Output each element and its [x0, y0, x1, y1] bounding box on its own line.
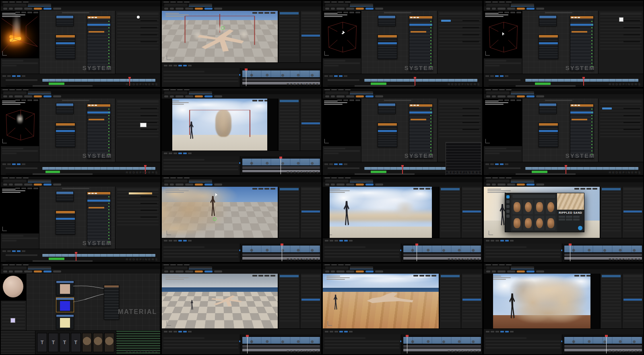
- track-row[interactable]: [163, 246, 204, 248]
- asset-tab[interactable]: [3, 91, 27, 94]
- simulate-button[interactable]: [34, 184, 42, 186]
- play-button[interactable]: [526, 184, 535, 186]
- browse-button[interactable]: [331, 184, 335, 186]
- asset-tab-active[interactable]: [189, 4, 212, 6]
- play-button[interactable]: [204, 95, 213, 97]
- play-button[interactable]: [365, 184, 374, 186]
- asset-thumbnail[interactable]: [546, 200, 555, 214]
- loop-range-bar[interactable]: [371, 171, 387, 173]
- details-panel[interactable]: [439, 274, 460, 328]
- asset-thumbnail[interactable]: [535, 200, 544, 214]
- outliner-panel[interactable]: [622, 187, 643, 238]
- track-row[interactable]: [324, 250, 399, 251]
- next-frame-button[interactable]: [22, 163, 25, 165]
- play-button[interactable]: [43, 270, 52, 272]
- details-panel[interactable]: [278, 11, 299, 62]
- details-panel[interactable]: [438, 11, 482, 74]
- details-panel[interactable]: [278, 99, 299, 151]
- niagara-preview-viewport[interactable]: [484, 11, 522, 58]
- asset-tab[interactable]: [3, 180, 27, 182]
- frame-14[interactable]: REDEFINERS: [162, 264, 321, 354]
- toolbar-button[interactable]: [53, 270, 61, 272]
- niagara-preview-viewport[interactable]: [1, 99, 39, 146]
- toolbar-button[interactable]: [346, 95, 354, 97]
- sequencer-track-list[interactable]: [484, 334, 562, 354]
- simulate-button[interactable]: [34, 95, 42, 97]
- asset-tab[interactable]: [3, 266, 27, 269]
- asset-tab-active[interactable]: [511, 180, 534, 182]
- filter-icon[interactable]: [173, 65, 177, 66]
- animation-track[interactable]: [403, 253, 481, 256]
- frame-15[interactable]: REDEFINERS: [323, 264, 482, 354]
- track-row[interactable]: [163, 162, 238, 164]
- loop-button[interactable]: [17, 75, 21, 77]
- play-button[interactable]: [344, 240, 348, 241]
- value-slider[interactable]: [140, 34, 157, 35]
- animation-track[interactable]: [242, 253, 320, 256]
- emitter-node[interactable]: [378, 123, 397, 148]
- toolbar-button[interactable]: [14, 8, 23, 10]
- toolbar-button[interactable]: [336, 184, 345, 186]
- asset-thumbnail[interactable]: [512, 216, 522, 230]
- loop-button[interactable]: [17, 250, 21, 252]
- sequencer-track-list[interactable]: [484, 244, 562, 262]
- browse-button[interactable]: [170, 270, 174, 272]
- track-row[interactable]: [163, 347, 238, 349]
- timeline-track[interactable]: [42, 254, 155, 257]
- timeline-playhead[interactable]: [402, 166, 403, 174]
- system-overview-graph[interactable]: SYSTEM: [39, 99, 116, 162]
- asset-thumbnail[interactable]: [82, 333, 92, 352]
- save-button[interactable]: [486, 95, 490, 97]
- camera-icon[interactable]: [169, 153, 172, 154]
- system-overview-graph[interactable]: SYSTEM: [361, 99, 438, 162]
- play-button[interactable]: [495, 163, 499, 165]
- frame-02[interactable]: REDEFINERS: [162, 1, 321, 87]
- timeline-playhead[interactable]: [76, 253, 76, 260]
- level-viewport[interactable]: [484, 274, 600, 328]
- emitter-node[interactable]: [539, 35, 558, 59]
- next-frame-button[interactable]: [344, 163, 347, 165]
- settings-icon[interactable]: [188, 65, 192, 66]
- asset-tab-active[interactable]: [350, 266, 373, 269]
- toolbar-button[interactable]: [24, 184, 32, 186]
- browse-button[interactable]: [170, 95, 174, 97]
- selected-actor-row[interactable]: [623, 299, 642, 301]
- sequencer-track-list[interactable]: [323, 334, 401, 354]
- details-panel[interactable]: [438, 99, 482, 162]
- next-frame-button[interactable]: [22, 250, 25, 252]
- simulate-button[interactable]: [195, 95, 203, 97]
- play-button[interactable]: [183, 153, 187, 154]
- asset-tab-active[interactable]: [511, 266, 534, 269]
- frame-01[interactable]: SYSTEM REDEFINERS: [1, 1, 160, 87]
- emitter-module-stack[interactable]: [87, 192, 110, 246]
- system-node[interactable]: [56, 191, 73, 202]
- details-panel[interactable]: [278, 187, 299, 238]
- emitter-module-stack[interactable]: [87, 16, 110, 70]
- browse-button[interactable]: [331, 95, 335, 97]
- sequencer-playhead[interactable]: [407, 336, 407, 353]
- timeline-track[interactable]: [525, 79, 638, 82]
- value-slider[interactable]: [462, 20, 479, 21]
- first-frame-button[interactable]: [2, 250, 6, 252]
- save-icon[interactable]: [164, 65, 167, 66]
- play-button[interactable]: [12, 75, 16, 77]
- sequencer-playhead[interactable]: [282, 244, 282, 261]
- camera-filmstrip-track[interactable]: [242, 70, 320, 78]
- toolbar-button[interactable]: [14, 270, 23, 272]
- asset-thumbnail[interactable]: [523, 200, 533, 214]
- prev-frame-button[interactable]: [7, 250, 11, 252]
- asset-tab-active[interactable]: [511, 4, 534, 6]
- toolbar-button[interactable]: [14, 184, 23, 186]
- track-row[interactable]: [163, 80, 238, 82]
- frame-10[interactable]: REDEFINERS: [162, 177, 321, 262]
- system-overview-graph[interactable]: SYSTEM: [39, 187, 116, 249]
- toolbar-button[interactable]: [24, 95, 32, 97]
- camera-icon[interactable]: [330, 331, 333, 332]
- save-icon[interactable]: [325, 240, 328, 241]
- asset-tab[interactable]: [486, 91, 510, 94]
- toolbar-button[interactable]: [346, 270, 354, 272]
- save-button[interactable]: [3, 95, 7, 97]
- material-details-panel[interactable]: [1, 301, 26, 330]
- prev-frame-button[interactable]: [329, 75, 333, 77]
- play-button[interactable]: [344, 331, 348, 332]
